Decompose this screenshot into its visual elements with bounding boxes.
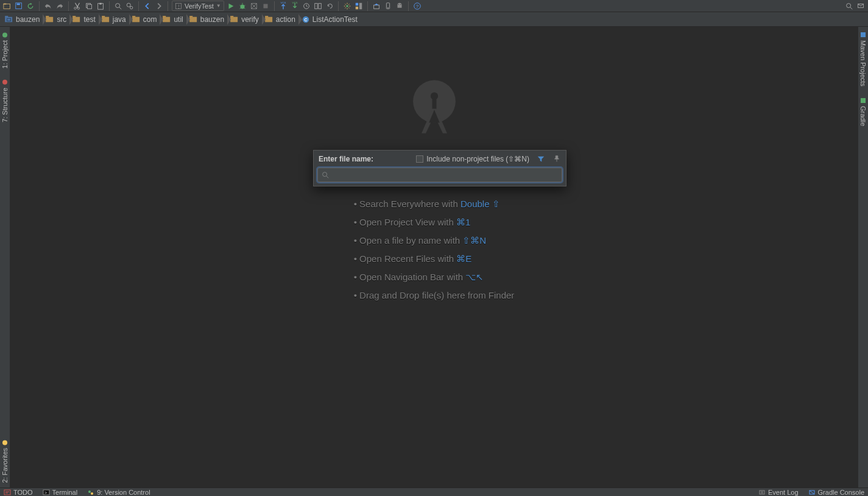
copy-icon[interactable] bbox=[84, 1, 94, 11]
breadcrumb-label: ListActionTest bbox=[312, 15, 358, 24]
svg-rect-59 bbox=[861, 32, 866, 37]
android-icon[interactable] bbox=[395, 1, 404, 11]
svg-rect-44 bbox=[132, 16, 139, 22]
svg-point-57 bbox=[2, 80, 7, 85]
tip-item: Open Project View with ⌘1 bbox=[354, 217, 515, 228]
svg-rect-70 bbox=[760, 491, 764, 494]
breadcrumb-label: bauzen bbox=[200, 15, 224, 24]
pin-icon[interactable] bbox=[552, 155, 561, 163]
breadcrumb-item[interactable]: bauzen bbox=[2, 13, 43, 26]
svg-rect-52 bbox=[265, 16, 272, 22]
tool-window-button[interactable]: Gradle bbox=[859, 97, 867, 126]
paste-icon[interactable] bbox=[96, 1, 105, 11]
checkbox-icon bbox=[416, 155, 423, 163]
svg-text:C: C bbox=[304, 17, 307, 21]
empty-state-tips: Search Everywhere with Double ⇧Open Proj… bbox=[354, 199, 515, 300]
debug-icon[interactable] bbox=[238, 1, 247, 11]
status-bar-button[interactable]: TODO bbox=[4, 489, 33, 496]
breadcrumb-item[interactable]: verify bbox=[228, 13, 263, 26]
replace-icon[interactable] bbox=[125, 1, 135, 11]
forward-icon[interactable] bbox=[154, 1, 164, 11]
sdk-manager-icon[interactable] bbox=[372, 1, 381, 11]
vcs-commit-icon[interactable]: VCS bbox=[290, 1, 300, 11]
svg-point-29 bbox=[398, 4, 398, 4]
android-studio-logo-icon bbox=[408, 78, 461, 136]
svg-rect-26 bbox=[373, 5, 379, 9]
svg-point-22 bbox=[346, 5, 348, 7]
breadcrumb-item[interactable]: action bbox=[263, 13, 299, 26]
breadcrumb-item[interactable]: CListActionTest bbox=[299, 13, 361, 26]
svg-rect-42 bbox=[102, 16, 109, 22]
status-bar-button[interactable]: Gradle Console bbox=[808, 489, 864, 496]
search-everywhere-icon[interactable] bbox=[844, 1, 854, 11]
svg-point-10 bbox=[116, 3, 120, 7]
run-icon[interactable] bbox=[226, 1, 236, 11]
run-configuration-combo[interactable]: ⋮ VerifyTest ▼ bbox=[172, 1, 224, 11]
main-toolbar: ⋮ VerifyTest ▼ VCS VCS ? bbox=[0, 0, 868, 12]
breadcrumb-item[interactable]: util bbox=[160, 13, 186, 26]
status-bar: TODO>Terminal9: Version Control Event Lo… bbox=[0, 487, 868, 496]
status-bar-button[interactable]: >Terminal bbox=[43, 489, 78, 496]
run-configuration-label: VerifyTest bbox=[185, 2, 214, 10]
svg-rect-21 bbox=[318, 3, 320, 9]
svg-text:⋮: ⋮ bbox=[177, 4, 181, 9]
breadcrumb-item[interactable]: com bbox=[130, 13, 161, 26]
svg-rect-9 bbox=[99, 2, 102, 4]
svg-rect-7 bbox=[87, 4, 91, 9]
open-icon[interactable] bbox=[2, 1, 12, 11]
svg-rect-40 bbox=[73, 16, 80, 22]
undo-icon[interactable] bbox=[43, 1, 53, 11]
sync-icon[interactable] bbox=[26, 1, 35, 11]
svg-rect-23 bbox=[355, 2, 358, 5]
notifications-icon[interactable] bbox=[856, 1, 866, 11]
status-bar-button[interactable]: Event Log bbox=[758, 489, 799, 496]
tool-window-button[interactable]: 1: Project bbox=[1, 32, 9, 68]
svg-rect-48 bbox=[189, 16, 197, 22]
back-icon[interactable] bbox=[143, 1, 152, 11]
settings-icon[interactable] bbox=[342, 1, 352, 11]
help-icon[interactable]: ? bbox=[412, 1, 422, 11]
svg-rect-24 bbox=[355, 6, 358, 9]
project-structure-icon[interactable] bbox=[354, 1, 364, 11]
cut-icon[interactable] bbox=[72, 1, 82, 11]
breadcrumb-label: src bbox=[57, 15, 66, 24]
redo-icon[interactable] bbox=[55, 1, 65, 11]
breadcrumb-item[interactable]: src bbox=[43, 13, 70, 26]
svg-rect-20 bbox=[314, 3, 317, 9]
search-icon bbox=[321, 171, 330, 179]
vcs-revert-icon[interactable] bbox=[325, 1, 334, 11]
avd-manager-icon[interactable] bbox=[383, 1, 393, 11]
svg-point-64 bbox=[323, 172, 327, 177]
breadcrumb-item[interactable]: bauzen bbox=[187, 13, 228, 26]
svg-point-4 bbox=[74, 7, 77, 9]
breadcrumb-label: java bbox=[113, 15, 126, 24]
filter-icon[interactable] bbox=[537, 155, 545, 163]
svg-rect-63 bbox=[432, 98, 436, 110]
svg-point-28 bbox=[387, 7, 389, 8]
tool-window-button[interactable]: 2: Favorites bbox=[1, 439, 9, 483]
save-all-icon[interactable] bbox=[14, 1, 24, 11]
svg-point-30 bbox=[400, 4, 401, 4]
svg-point-5 bbox=[77, 7, 80, 9]
coverage-icon[interactable] bbox=[249, 1, 259, 11]
svg-point-68 bbox=[88, 491, 91, 493]
breadcrumb-item[interactable]: test bbox=[70, 13, 99, 26]
find-icon[interactable] bbox=[113, 1, 123, 11]
svg-rect-1 bbox=[4, 3, 6, 4]
svg-rect-50 bbox=[230, 16, 238, 22]
vcs-history-icon[interactable] bbox=[302, 1, 311, 11]
svg-point-69 bbox=[91, 492, 93, 495]
include-nonproject-checkbox[interactable]: Include non-project files (⇧⌘N) bbox=[416, 155, 529, 163]
goto-file-input[interactable] bbox=[317, 168, 562, 182]
vcs-update-icon[interactable]: VCS bbox=[278, 1, 288, 11]
breadcrumb-item[interactable]: java bbox=[99, 13, 130, 26]
svg-point-15 bbox=[240, 4, 244, 9]
svg-rect-60 bbox=[861, 98, 866, 103]
svg-text:>: > bbox=[44, 491, 47, 495]
tool-window-button[interactable]: Maven Projects bbox=[859, 32, 867, 87]
status-bar-button[interactable]: 9: Version Control bbox=[87, 489, 150, 496]
tool-window-button[interactable]: 7: Structure bbox=[1, 79, 9, 122]
stop-icon[interactable] bbox=[261, 1, 270, 11]
tip-item: Open Navigation Bar with ⌥↖ bbox=[354, 272, 515, 283]
vcs-diff-icon[interactable] bbox=[313, 1, 323, 11]
